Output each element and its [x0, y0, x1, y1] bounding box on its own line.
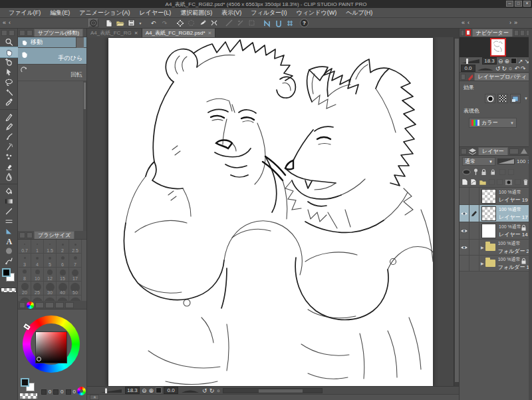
visibility-toggle[interactable]	[460, 188, 469, 204]
folder-row[interactable]: ▶ 100 %通常 フォルダー 1	[460, 256, 532, 272]
navigator-tab[interactable]: ナビゲーター	[472, 29, 513, 37]
layer-thumbnail[interactable]	[481, 189, 496, 204]
tool-eraser[interactable]	[0, 162, 18, 172]
layer-panel-tab[interactable]: レイヤー	[478, 147, 508, 155]
quick-mask-icon[interactable]	[198, 19, 207, 27]
snap-grid-off-icon[interactable]	[247, 19, 257, 27]
brush-size-cell[interactable]: 10	[31, 268, 44, 282]
visibility-toggle[interactable]	[460, 205, 469, 222]
expand-bottom-bar-icon[interactable]: «	[90, 395, 99, 400]
tool-text[interactable]: A	[0, 236, 18, 246]
nav-zoom-in-icon[interactable]: ⊕	[505, 58, 510, 65]
tool-frame[interactable]	[0, 226, 18, 236]
brush-size-cell[interactable]: 30	[44, 282, 57, 296]
brush-size-cell[interactable]	[31, 296, 44, 301]
brush-size-cell[interactable]: 17	[69, 268, 82, 282]
open-file-icon[interactable]	[115, 19, 125, 27]
maximize-button[interactable]: □	[515, 1, 522, 7]
effect-dropdown-icon[interactable]: ▼	[524, 97, 528, 100]
collapse-left-panel-icon[interactable]: «‹	[3, 19, 13, 26]
brush-size-cell[interactable]: 2.5	[69, 240, 82, 254]
canvas-zoom-slider[interactable]	[99, 387, 123, 394]
delete-layer-icon[interactable]	[523, 178, 529, 186]
brush-size-cell[interactable]: 15	[57, 268, 69, 282]
subtool-option-icon[interactable]	[27, 30, 33, 36]
tool-pencil[interactable]	[0, 122, 18, 132]
foreground-color-swatch[interactable]	[2, 268, 11, 277]
subtool-menu-icon[interactable]	[19, 30, 25, 36]
brush-size-cell[interactable]: 3	[19, 254, 31, 268]
brush-size-cell[interactable]: 50	[69, 282, 82, 296]
saturation-value-marker[interactable]	[37, 357, 41, 361]
layer-property-menu-icon[interactable]	[461, 74, 466, 80]
canvas-vertical-scrollbar[interactable]	[454, 37, 459, 386]
tool-move[interactable]	[0, 57, 18, 67]
pin-icon[interactable]	[473, 168, 478, 176]
fit-to-screen-icon[interactable]	[156, 387, 162, 393]
brush-size-cell[interactable]: 7	[69, 254, 82, 268]
expression-color-dropdown[interactable]: カラー ▼	[469, 118, 517, 128]
zoom-out-icon[interactable]: ⊖	[142, 387, 147, 394]
tool-operation[interactable]	[0, 67, 18, 77]
save-icon[interactable]	[126, 19, 136, 27]
right-panel-collapse-icon[interactable]: «‹	[462, 19, 472, 26]
draft-layer-icon[interactable]	[499, 169, 505, 175]
layer-search-tab-icon[interactable]	[509, 148, 519, 154]
tool-decoration[interactable]	[0, 152, 18, 162]
brush-size-cell[interactable]: 8	[19, 268, 31, 282]
snap-to-special-ruler-icon[interactable]	[273, 19, 283, 27]
nav-undo-view-icon[interactable]: ↶	[514, 65, 519, 72]
tool-fill[interactable]	[0, 186, 18, 196]
tool-zoom[interactable]	[0, 37, 18, 47]
subtool-item-rotate[interactable]: 回転	[18, 65, 86, 81]
new-folder-icon[interactable]	[479, 179, 487, 186]
tool-brush[interactable]	[0, 132, 18, 142]
tool-panel-option-icon[interactable]	[9, 30, 15, 36]
visibility-toggle[interactable]	[460, 222, 469, 239]
brush-size-cell[interactable]: 4	[31, 254, 44, 268]
deselect-icon[interactable]	[175, 19, 185, 27]
visibility-toggle[interactable]	[460, 256, 469, 271]
minimize-button[interactable]: ─	[506, 1, 513, 7]
color-set-tab-icon[interactable]	[45, 302, 54, 308]
navigator-menu-icon[interactable]	[461, 30, 464, 36]
new-vector-layer-icon[interactable]	[470, 178, 477, 186]
brush-size-cell[interactable]: 2	[57, 240, 69, 254]
brush-size-cell[interactable]: 12	[44, 268, 57, 282]
rotate-ccw-icon[interactable]: ↺	[202, 387, 207, 394]
menu-animation[interactable]: アニメーション(A)	[74, 8, 134, 17]
subtool-tab[interactable]: サブツール(移動)	[34, 29, 83, 37]
tool-figure[interactable]	[0, 206, 18, 216]
layer-thumbnail[interactable]	[481, 224, 496, 238]
color-panel-menu-icon[interactable]	[19, 302, 25, 308]
transparent-swatch-small[interactable]	[20, 393, 37, 399]
color-history-tab-icon[interactable]	[55, 302, 64, 308]
nav-zoom-out-icon[interactable]: ⊖	[498, 58, 503, 65]
merge-layer-icon[interactable]	[497, 179, 503, 185]
tool-correct-line[interactable]	[0, 256, 18, 266]
snap-special-off-icon[interactable]	[235, 19, 245, 27]
brush-size-cell[interactable]: 1	[31, 240, 44, 254]
layer-property-tab[interactable]: レイヤープロパティ	[474, 73, 531, 81]
nav-rotate-ccw-icon[interactable]: ↺	[495, 65, 501, 72]
redo-icon[interactable]: ↷	[160, 19, 170, 27]
blend-mode-dropdown[interactable]: 通常 ▼	[462, 157, 495, 166]
lock-transparent-icon[interactable]	[489, 168, 497, 176]
brush-size-cell[interactable]	[57, 296, 69, 301]
transfer-layer-icon[interactable]	[489, 179, 495, 185]
tool-panel-menu-icon[interactable]	[1, 30, 7, 36]
navigator-preview[interactable]	[460, 37, 532, 57]
flip-horizontal-icon[interactable]: ↗	[518, 58, 523, 65]
expand-folder-icon[interactable]: ▶	[481, 245, 484, 250]
brush-size-option-icon[interactable]	[27, 232, 33, 238]
brush-size-cell[interactable]	[19, 296, 31, 301]
navigator-rotation-slider[interactable]	[477, 65, 494, 72]
snap-to-ruler-icon[interactable]	[262, 19, 272, 27]
brush-size-cell[interactable]: 20	[19, 282, 31, 296]
tab-close-icon[interactable]: ✕	[134, 31, 138, 36]
transparent-color-swatch[interactable]	[1, 288, 17, 293]
tool-balloon[interactable]	[0, 246, 18, 256]
menu-filter[interactable]: フィルター(I)	[246, 8, 291, 17]
tool-airbrush[interactable]	[0, 142, 18, 152]
clip-studio-logo-icon[interactable]	[88, 19, 98, 27]
